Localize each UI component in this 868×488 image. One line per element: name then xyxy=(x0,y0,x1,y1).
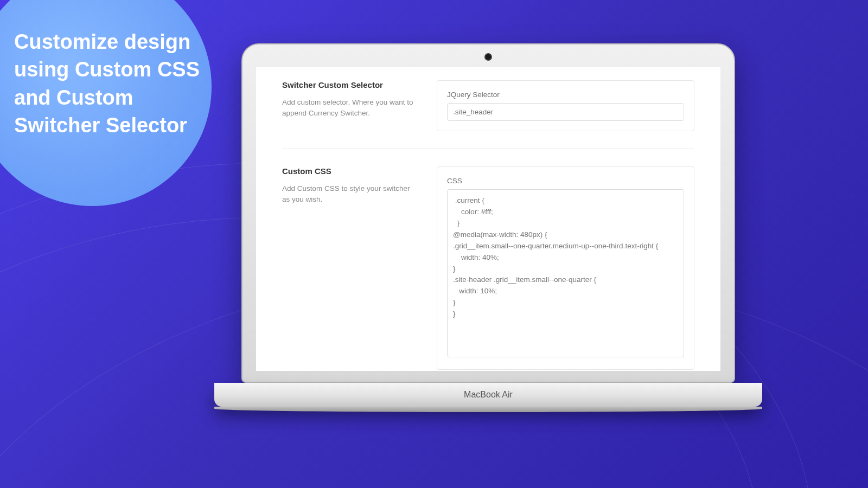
laptop-brand-label: MacBook Air xyxy=(464,390,513,400)
jquery-selector-label: JQuery Selector xyxy=(447,91,684,99)
css-label: CSS xyxy=(447,177,684,185)
laptop-base: MacBook Air xyxy=(214,383,762,407)
laptop-screen: Switcher Custom Selector Add custom sele… xyxy=(256,67,720,371)
jquery-selector-input[interactable] xyxy=(447,103,684,121)
laptop-mockup: Switcher Custom Selector Add custom sele… xyxy=(241,43,735,412)
switcher-selector-section: Switcher Custom Selector Add custom sele… xyxy=(282,80,694,149)
settings-panel: Switcher Custom Selector Add custom sele… xyxy=(256,67,720,371)
form-card: JQuery Selector xyxy=(437,80,694,131)
section-info: Custom CSS Add Custom CSS to style your … xyxy=(282,166,415,370)
section-info: Switcher Custom Selector Add custom sele… xyxy=(282,80,415,131)
section-form: JQuery Selector xyxy=(437,80,694,131)
camera-icon xyxy=(486,54,491,60)
custom-css-textarea[interactable] xyxy=(447,189,684,357)
section-form: CSS xyxy=(437,166,694,370)
marketing-headline: Customize design using Custom CSS and Cu… xyxy=(14,28,215,139)
laptop-bezel: Switcher Custom Selector Add custom sele… xyxy=(241,43,735,383)
section-description: Add custom selector, Where you want to a… xyxy=(282,97,415,119)
section-title: Switcher Custom Selector xyxy=(282,80,415,89)
laptop-foot xyxy=(214,407,762,412)
section-title: Custom CSS xyxy=(282,166,415,176)
section-description: Add Custom CSS to style your switcher as… xyxy=(282,183,415,206)
custom-css-section: Custom CSS Add Custom CSS to style your … xyxy=(282,149,694,371)
form-card: CSS xyxy=(437,166,694,370)
